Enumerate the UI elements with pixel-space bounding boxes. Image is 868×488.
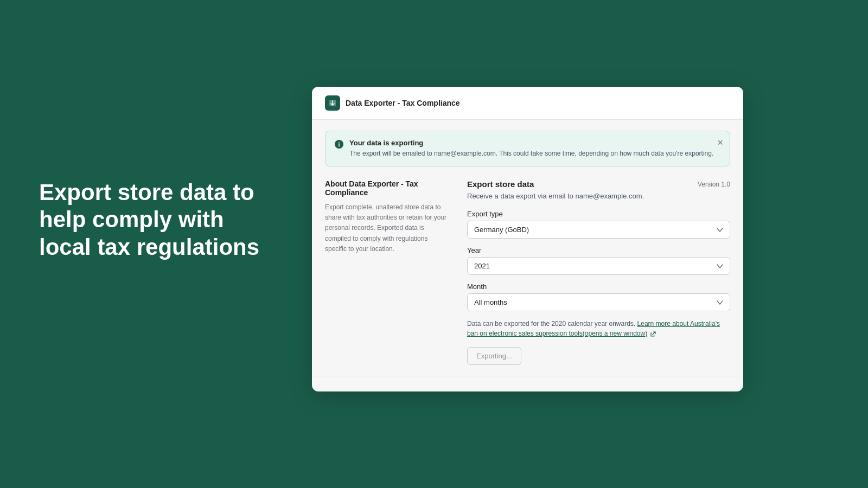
version-badge: Version 1.0 (698, 181, 730, 188)
export-type-group: Export type Germany (GoBD) Australia Fra… (467, 210, 730, 239)
hero-heading: Export store data to help comply with lo… (39, 179, 267, 261)
app-icon-svg (328, 99, 337, 107)
left-panel-description: Export complete, unaltered store data to… (325, 202, 450, 254)
info-icon (334, 139, 344, 149)
modal-header: Data Exporter - Tax Compliance (312, 87, 743, 120)
modal-container: Data Exporter - Tax Compliance Your data… (312, 87, 743, 391)
external-link-icon (650, 331, 656, 337)
modal-title: Data Exporter - Tax Compliance (346, 99, 460, 107)
export-type-select[interactable]: Germany (GoBD) Australia France United S… (467, 221, 730, 239)
banner-description: The export will be emailed to name@examp… (349, 149, 721, 158)
app-icon (325, 95, 340, 111)
right-panel: Export store data Version 1.0 Receive a … (467, 179, 730, 365)
banner-content: Your data is exporting The export will b… (349, 139, 721, 158)
right-panel-title: Export store data (467, 179, 534, 189)
left-panel-title: About Data Exporter - Tax Compliance (325, 179, 450, 197)
exporting-button[interactable]: Exporting... (467, 347, 521, 365)
bottom-divider (312, 376, 743, 376)
modal-body: Your data is exporting The export will b… (312, 120, 743, 391)
receive-text: Receive a data export via email to name@… (467, 192, 730, 200)
export-type-label: Export type (467, 210, 730, 218)
info-banner: Your data is exporting The export will b… (325, 131, 730, 166)
calendar-info-text: Data can be exported for the 2020 calend… (467, 319, 730, 338)
month-group: Month All months January February March … (467, 282, 730, 311)
right-panel-header: Export store data Version 1.0 (467, 179, 730, 189)
month-label: Month (467, 282, 730, 291)
year-group: Year 2019 2020 2021 2022 2023 (467, 246, 730, 275)
left-panel: About Data Exporter - Tax Compliance Exp… (325, 179, 450, 254)
content-grid: About Data Exporter - Tax Compliance Exp… (325, 179, 730, 365)
month-select[interactable]: All months January February March April … (467, 293, 730, 311)
banner-title: Your data is exporting (349, 139, 721, 147)
year-label: Year (467, 246, 730, 254)
info-text-before-link: Data can be exported for the 2020 calend… (467, 320, 635, 328)
svg-point-2 (339, 142, 340, 143)
banner-close-button[interactable]: × (717, 138, 723, 147)
year-select[interactable]: 2019 2020 2021 2022 2023 (467, 257, 730, 275)
